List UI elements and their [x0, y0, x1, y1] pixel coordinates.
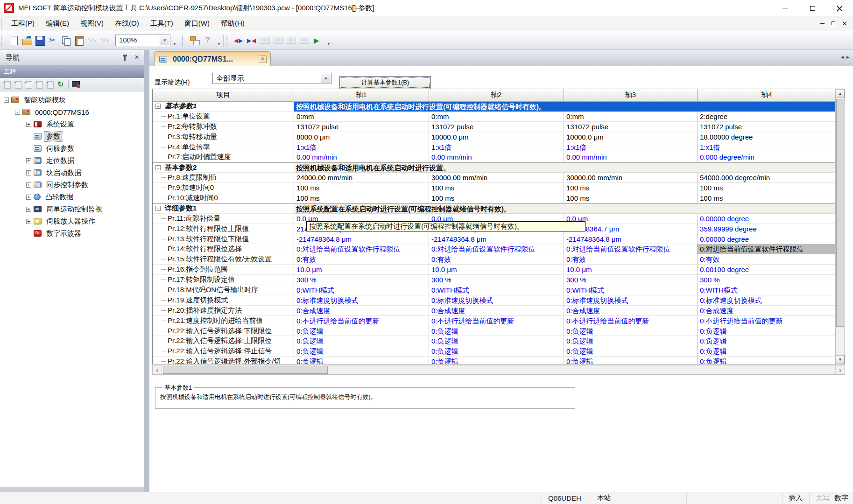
value-cell-axis4[interactable]: 2:degree: [698, 112, 836, 122]
column-header-axis1[interactable]: 轴1: [294, 89, 429, 101]
item-cell-pr15[interactable]: Pr.15:软件行程限位有效/无效设置: [153, 254, 294, 265]
value-cell-axis4[interactable]: 0.00000 degree: [698, 234, 836, 245]
value-cell-axis3[interactable]: 0:负逻辑: [564, 357, 698, 364]
tree-expander-icon[interactable]: +: [26, 219, 31, 224]
paste-item-gray-icon[interactable]: [24, 80, 34, 90]
value-cell-axis1[interactable]: 1:x1倍: [294, 142, 429, 153]
value-cell-axis2[interactable]: 0:mm: [429, 112, 564, 122]
tab-close-button[interactable]: ✕: [259, 56, 267, 63]
monitor-3-icon[interactable]: [285, 35, 297, 47]
sidebar-item-qd77ms16[interactable]: -0000:QD77MS16: [0, 106, 144, 118]
value-cell-axis2[interactable]: 0:负逻辑: [429, 357, 564, 364]
value-cell-axis4[interactable]: 0:合成速度: [698, 306, 836, 316]
value-cell-axis1[interactable]: 10.0 μm: [294, 265, 429, 275]
value-cell-axis1[interactable]: 0:mm: [294, 112, 429, 122]
open-file-icon[interactable]: [21, 35, 33, 47]
toolbar-overflow-3[interactable]: ▾: [326, 34, 331, 48]
value-cell-axis2[interactable]: -214748364.8 μm: [429, 234, 564, 245]
list-item-gray-icon[interactable]: [45, 80, 55, 90]
paste-icon[interactable]: [73, 35, 85, 47]
item-cell-pr7[interactable]: Pr.7:启动时偏置速度: [153, 152, 294, 162]
item-cell-pr21[interactable]: Pr.21:速度控制时的进给当前值: [153, 316, 294, 326]
menu-item-edit[interactable]: 编辑(E): [40, 17, 75, 30]
item-cell-pr20[interactable]: Pr.20:插补速度指定方法: [153, 306, 294, 316]
new-file-icon[interactable]: [8, 35, 20, 47]
value-cell-axis4[interactable]: 54000.000 degree/min: [698, 173, 836, 183]
value-cell-axis4[interactable]: 0:负逻辑: [698, 326, 836, 336]
value-cell-axis3[interactable]: 0:对进给当前值设置软件行程限位: [564, 244, 698, 254]
value-cell-axis3[interactable]: 100 ms: [564, 183, 698, 193]
value-cell-axis4[interactable]: 300 %: [698, 275, 836, 285]
value-cell-axis4[interactable]: 0:对进给当前值设置软件行程限位: [698, 244, 836, 254]
item-cell-detailed-params-1[interactable]: -详细参数1: [153, 204, 294, 214]
write-to-module-icon[interactable]: [233, 35, 245, 47]
value-cell-axis2[interactable]: 0:标准速度切换模式: [429, 295, 564, 306]
value-cell-axis2[interactable]: 1:x1倍: [429, 142, 564, 153]
minimize-button[interactable]: [772, 0, 799, 16]
tab-scroll-left-icon[interactable]: ◂: [841, 54, 844, 60]
value-cell-axis3[interactable]: 30000.00 mm/min: [564, 173, 698, 183]
value-cell-axis2[interactable]: 30000.00 mm/min: [429, 173, 564, 183]
value-cell-axis4[interactable]: 100 ms: [698, 193, 836, 203]
vertical-scrollbar[interactable]: ▲ ▼: [835, 89, 845, 364]
value-cell-axis1[interactable]: 0:不进行进给当前值的更新: [294, 316, 429, 326]
sidebar-item-intelligent-function-module[interactable]: -智能功能模块: [0, 94, 144, 106]
tree-expander-icon[interactable]: +: [26, 158, 31, 163]
value-cell-axis3[interactable]: 300 %: [564, 275, 698, 285]
value-cell-axis1[interactable]: 300 %: [294, 275, 429, 285]
wave-gray-1-icon[interactable]: [86, 35, 99, 47]
read-from-module-icon[interactable]: [246, 35, 258, 47]
sidebar-item-simple-motion-monitor[interactable]: +简单运动控制监视: [0, 203, 144, 215]
value-cell-axis4[interactable]: 0:负逻辑: [698, 336, 836, 346]
value-cell-axis4[interactable]: 359.99999 degree: [698, 224, 836, 234]
value-cell-axis4[interactable]: 0:WITH模式: [698, 285, 836, 295]
value-cell-axis3[interactable]: 0:有效: [564, 254, 698, 265]
scroll-left-icon[interactable]: ‹: [153, 365, 162, 374]
sidebar-item-servo-parameters[interactable]: 伺服参数: [0, 142, 144, 154]
row-expander-icon[interactable]: -: [155, 206, 161, 211]
horizontal-scrollbar[interactable]: ‹ ›: [152, 365, 845, 375]
value-cell-axis4[interactable]: 0.00000 degree: [698, 214, 836, 224]
group-description-cell[interactable]: 按照系统配置在系统启动时进行设置(可编程控制器就绪信号时有效)。: [294, 204, 845, 214]
item-cell-pr1[interactable]: Pr.1:单位设置: [153, 112, 294, 122]
value-cell-axis4[interactable]: 0.00100 degree: [698, 265, 836, 275]
value-cell-axis1[interactable]: 0.00 mm/min: [294, 152, 429, 162]
help-icon[interactable]: [202, 35, 214, 47]
monitor-1-icon[interactable]: [259, 35, 271, 47]
group-description-cell[interactable]: 按照机械设备和适用电机在系统启动时进行设置。: [294, 163, 845, 173]
item-cell-pr11[interactable]: Pr.11:齿隙补偿量: [153, 214, 294, 224]
calc-basic-params-button[interactable]: 计算基本参数1(B): [339, 76, 431, 89]
value-cell-axis4[interactable]: 0.000 degree/min: [698, 152, 836, 162]
value-cell-axis1[interactable]: 24000.00 mm/min: [294, 173, 429, 183]
item-cell-pr9[interactable]: Pr.9:加速时间0: [153, 183, 294, 193]
value-cell-axis2[interactable]: 300 %: [429, 275, 564, 285]
value-cell-axis4[interactable]: 0:标准速度切换模式: [698, 295, 836, 306]
value-cell-axis1[interactable]: 0:合成速度: [294, 306, 429, 316]
value-cell-axis2[interactable]: 100 ms: [429, 193, 564, 203]
value-cell-axis3[interactable]: 0:负逻辑: [564, 346, 698, 357]
sidebar-item-digital-oscilloscope[interactable]: 数字示波器: [0, 227, 144, 239]
scroll-down-icon[interactable]: ▼: [836, 355, 845, 364]
navigation-close-button[interactable]: [132, 53, 142, 62]
item-cell-pr3[interactable]: Pr.3:每转移动量: [153, 132, 294, 142]
item-cell-pr10[interactable]: Pr.10:减速时间0: [153, 193, 294, 203]
item-cell-pr22-lower-limit[interactable]: Pr.22:输入信号逻辑选择:下限限位: [153, 326, 294, 336]
value-cell-axis1[interactable]: 0:WITH模式: [294, 285, 429, 295]
value-cell-axis1[interactable]: 0:负逻辑: [294, 336, 429, 346]
item-cell-pr2[interactable]: Pr.2:每转脉冲数: [153, 122, 294, 132]
value-cell-axis2[interactable]: 0:有效: [429, 254, 564, 265]
value-cell-axis4[interactable]: 0:负逻辑: [698, 357, 836, 364]
menu-item-help[interactable]: 帮助(H): [215, 17, 250, 30]
value-cell-axis3[interactable]: 0:mm: [564, 112, 698, 122]
column-header-item[interactable]: 项目: [153, 89, 294, 101]
value-cell-axis1[interactable]: 0:有效: [294, 254, 429, 265]
zoom-dropdown-arrow-icon[interactable]: [160, 35, 169, 45]
value-cell-axis3[interactable]: 0.00 mm/min: [564, 152, 698, 162]
item-cell-pr22-external-command[interactable]: Pr.22:输入信号逻辑选择:外部指令/切: [153, 357, 294, 364]
copy-icon[interactable]: [60, 35, 72, 47]
value-cell-axis2[interactable]: 0:负逻辑: [429, 326, 564, 336]
value-cell-axis4[interactable]: 0:负逻辑: [698, 346, 836, 357]
scroll-right-icon[interactable]: ›: [835, 365, 845, 374]
close-button[interactable]: [826, 0, 853, 16]
sidebar-item-block-start-data[interactable]: +块启动数据: [0, 167, 144, 179]
